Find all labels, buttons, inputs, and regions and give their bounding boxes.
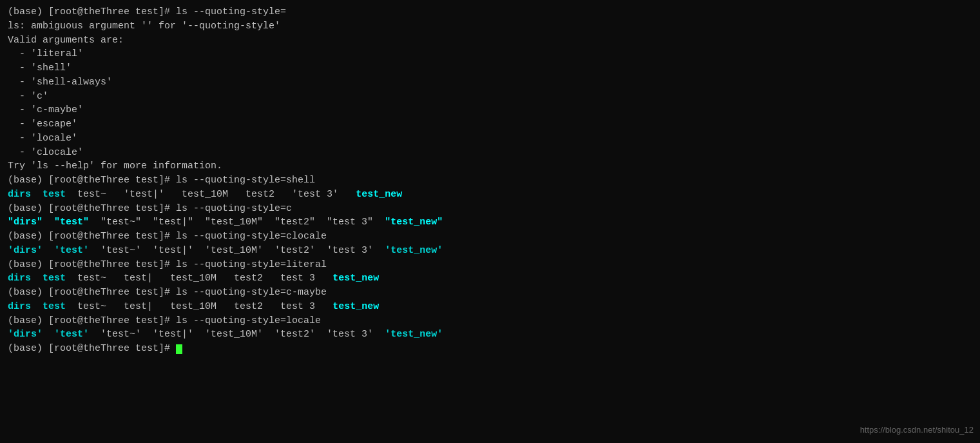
terminal-text: 'test~' 'test|' 'test_10M' 'test2' 'test… <box>89 245 385 256</box>
terminal-text: - 'literal' <box>8 48 83 59</box>
terminal-text: - 'escape' <box>8 119 77 130</box>
terminal-line: dirs test test~ 'test|' test_10M test2 '… <box>8 188 972 202</box>
terminal-text: (base) [root@theThree test]# ls --quotin… <box>8 6 286 17</box>
terminal-text: - 'c-maybe' <box>8 104 83 115</box>
terminal-output: (base) [root@theThree test]# ls --quotin… <box>8 5 972 356</box>
terminal-text: 'test~' 'test|' 'test_10M' 'test2' 'test… <box>89 329 385 340</box>
terminal-text: 'test' <box>54 329 89 340</box>
terminal-text: 'dirs' <box>8 245 43 256</box>
terminal-text: (base) [root@theThree test]# <box>8 343 176 354</box>
terminal-text: dirs <box>8 301 31 312</box>
terminal-line: - 'locale' <box>8 132 972 146</box>
terminal-line: - 'escape' <box>8 117 972 132</box>
terminal-line: - 'shell' <box>8 61 972 75</box>
terminal-text: test <box>43 189 66 200</box>
terminal-line: 'dirs' 'test' 'test~' 'test|' 'test_10M'… <box>8 328 972 342</box>
terminal-text: test_new <box>332 301 379 312</box>
terminal-window: (base) [root@theThree test]# ls --quotin… <box>8 5 972 438</box>
terminal-text: test <box>43 273 66 284</box>
terminal-text: (base) [root@theThree test]# ls --quotin… <box>8 231 327 242</box>
terminal-text: test_new <box>356 189 402 200</box>
terminal-line: - 'literal' <box>8 47 972 61</box>
terminal-text: (base) [root@theThree test]# ls --quotin… <box>8 175 315 186</box>
terminal-text: test_new <box>332 273 379 284</box>
terminal-text: 'test_new' <box>385 245 443 256</box>
terminal-line: (base) [root@theThree test]# <box>8 342 972 356</box>
terminal-text: ls: ambiguous argument '' for '--quoting… <box>8 21 280 32</box>
terminal-text: test~ test| test_10M test2 test 3 <box>66 273 332 284</box>
terminal-text: test~ 'test|' test_10M test2 'test 3' <box>66 189 356 200</box>
terminal-line: (base) [root@theThree test]# ls --quotin… <box>8 202 972 216</box>
terminal-line: dirs test test~ test| test_10M test2 tes… <box>8 271 972 286</box>
terminal-text: - 'clocale' <box>8 147 83 158</box>
terminal-text <box>43 329 54 340</box>
terminal-line: (base) [root@theThree test]# ls --quotin… <box>8 314 972 328</box>
terminal-line: - 'c-maybe' <box>8 103 972 117</box>
terminal-text: - 'c' <box>8 91 48 102</box>
terminal-text <box>43 245 54 256</box>
terminal-line: Valid arguments are: <box>8 34 972 48</box>
terminal-line: "dirs" "test" "test~" "test|" "test_10M"… <box>8 215 972 230</box>
terminal-text <box>43 217 54 228</box>
terminal-line: (base) [root@theThree test]# ls --quotin… <box>8 230 972 244</box>
watermark: https://blog.csdn.net/shitou_12 <box>860 424 974 437</box>
terminal-line: 'dirs' 'test' 'test~' 'test|' 'test_10M'… <box>8 244 972 258</box>
terminal-text <box>31 189 43 200</box>
terminal-text <box>31 273 43 284</box>
terminal-text <box>31 301 43 312</box>
terminal-line: Try 'ls --help' for more information. <box>8 159 972 173</box>
terminal-text: dirs <box>8 189 31 200</box>
terminal-line: ls: ambiguous argument '' for '--quoting… <box>8 19 972 34</box>
terminal-text: "test~" "test|" "test_10M" "test2" "test… <box>89 217 385 228</box>
terminal-text: - 'shell' <box>8 63 72 74</box>
terminal-text: Try 'ls --help' for more information. <box>8 161 222 172</box>
terminal-text: test~ test| test_10M test2 test 3 <box>66 301 332 312</box>
terminal-line: - 'shell-always' <box>8 75 972 90</box>
terminal-text: - 'shell-always' <box>8 77 112 88</box>
terminal-text: Valid arguments are: <box>8 35 124 46</box>
terminal-text: (base) [root@theThree test]# ls --quotin… <box>8 203 292 214</box>
terminal-line: (base) [root@theThree test]# ls --quotin… <box>8 5 972 19</box>
terminal-text: test <box>43 301 66 312</box>
terminal-text: "dirs" <box>8 217 43 228</box>
terminal-line: dirs test test~ test| test_10M test2 tes… <box>8 300 972 314</box>
terminal-text: "test_new" <box>385 217 443 228</box>
terminal-text: dirs <box>8 273 31 284</box>
terminal-text: (base) [root@theThree test]# ls --quotin… <box>8 287 327 298</box>
terminal-text: (base) [root@theThree test]# ls --quotin… <box>8 259 327 270</box>
terminal-text: - 'locale' <box>8 133 77 144</box>
terminal-line: (base) [root@theThree test]# ls --quotin… <box>8 173 972 188</box>
terminal-text: (base) [root@theThree test]# ls --quotin… <box>8 315 321 326</box>
terminal-line: (base) [root@theThree test]# ls --quotin… <box>8 286 972 300</box>
terminal-text: 'test_new' <box>385 329 443 340</box>
terminal-line: (base) [root@theThree test]# ls --quotin… <box>8 258 972 272</box>
terminal-line: - 'c' <box>8 90 972 104</box>
terminal-line: - 'clocale' <box>8 146 972 160</box>
terminal-text: 'test' <box>54 245 89 256</box>
terminal-text: 'dirs' <box>8 329 43 340</box>
terminal-text: "test" <box>54 217 89 228</box>
terminal-cursor <box>176 344 182 354</box>
